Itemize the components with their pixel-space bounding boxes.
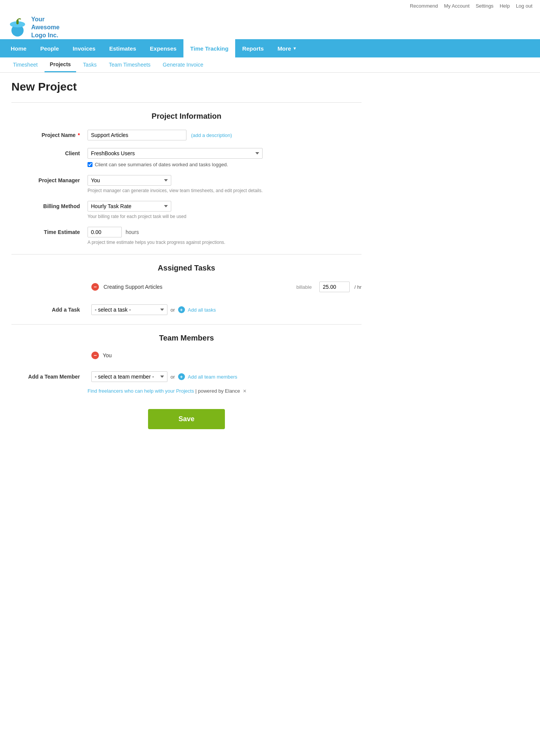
nav-estimates[interactable]: Estimates	[102, 39, 143, 57]
freelancer-row: Find freelancers who can help with your …	[88, 388, 362, 394]
subnav-generate-invoice[interactable]: Generate Invoice	[158, 57, 209, 72]
client-row: Client FreshBooks Users Client can see s…	[11, 148, 362, 167]
subnav-team-timesheets[interactable]: Team Timesheets	[104, 57, 156, 72]
nav-home[interactable]: Home	[4, 39, 33, 57]
powered-by-label: | powered by Elance	[195, 388, 240, 394]
billing-method-control: Hourly Task Rate Your billing rate for e…	[88, 201, 362, 219]
client-checkbox-row: Client can see summaries of dates worked…	[88, 162, 362, 167]
task-list-label	[11, 282, 88, 284]
page-title: New Project	[11, 80, 362, 93]
save-section: Save	[11, 405, 362, 429]
add-description-link[interactable]: (add a description)	[191, 132, 232, 138]
freelancer-link[interactable]: Find freelancers who can help with your …	[88, 388, 194, 394]
nav-expenses[interactable]: Expenses	[143, 39, 183, 57]
top-bar: Recommend My Account Settings Help Log o…	[0, 0, 540, 12]
main-nav: Home People Invoices Estimates Expenses …	[0, 39, 540, 57]
select-team-member-dropdown[interactable]: - select a team member -	[91, 371, 167, 382]
project-name-label: Project Name *	[11, 130, 88, 138]
time-estimate-input[interactable]	[88, 227, 122, 237]
project-manager-label: Project Manager	[11, 175, 88, 183]
required-star: *	[78, 132, 80, 138]
nav-time-tracking[interactable]: Time Tracking	[183, 39, 236, 57]
member-list-label	[11, 352, 88, 354]
save-button[interactable]: Save	[148, 409, 225, 429]
assigned-tasks-title: Assigned Tasks	[11, 264, 362, 272]
page-content: New Project Project Information Project …	[0, 73, 373, 444]
subnav-projects[interactable]: Projects	[45, 57, 76, 72]
time-estimate-label: Time Estimate	[11, 227, 88, 235]
project-manager-control: You Project manager can generate invoice…	[88, 175, 362, 193]
help-link[interactable]: Help	[500, 3, 510, 9]
team-members-title: Team Members	[11, 334, 362, 342]
member-list-control: − You	[88, 352, 362, 364]
header: Your Awesome Logo Inc.	[0, 12, 540, 39]
add-all-tasks-link[interactable]: Add all tasks	[188, 307, 216, 313]
nav-invoices[interactable]: Invoices	[66, 39, 102, 57]
task-list-control: − Creating Support Articles billable / h…	[88, 282, 362, 297]
recommend-link[interactable]: Recommend	[410, 3, 438, 9]
add-task-label: Add a Task	[11, 304, 88, 313]
remove-task-icon[interactable]: −	[91, 283, 99, 291]
sub-nav: Timesheet Projects Tasks Team Timesheets…	[0, 57, 540, 73]
member-list-row: − You	[11, 352, 362, 364]
assigned-tasks-section: Assigned Tasks − Creating Support Articl…	[11, 254, 362, 315]
project-info-title: Project Information	[11, 112, 362, 121]
time-estimate-row: Time Estimate hours A project time estim…	[11, 227, 362, 245]
my-account-link[interactable]: My Account	[444, 3, 470, 9]
client-visibility-checkbox[interactable]	[88, 162, 92, 167]
remove-member-icon[interactable]: −	[91, 352, 99, 359]
settings-link[interactable]: Settings	[476, 3, 494, 9]
project-manager-help: Project manager can generate invoices, v…	[88, 188, 362, 193]
logo-icon	[8, 18, 27, 37]
add-member-control: - select a team member - or + Add all te…	[88, 371, 362, 394]
billing-method-row: Billing Method Hourly Task Rate Your bil…	[11, 201, 362, 219]
project-info-section: Project Information Project Name * (add …	[11, 102, 362, 245]
client-select[interactable]: FreshBooks Users	[88, 148, 263, 159]
task-item: − Creating Support Articles billable / h…	[88, 282, 362, 292]
client-label: Client	[11, 148, 88, 156]
task-billable: billable	[296, 284, 312, 290]
logo[interactable]: Your Awesome Logo Inc.	[8, 16, 59, 39]
time-estimate-control: hours A project time estimate helps you …	[88, 227, 362, 245]
member-name: You	[103, 352, 362, 358]
project-name-input[interactable]	[88, 130, 186, 140]
task-name: Creating Support Articles	[104, 284, 292, 290]
member-item: − You	[88, 352, 362, 359]
subnav-timesheet[interactable]: Timesheet	[8, 57, 43, 72]
task-list-row: − Creating Support Articles billable / h…	[11, 282, 362, 297]
client-control: FreshBooks Users Client can see summarie…	[88, 148, 362, 167]
add-member-row: Add a Team Member - select a team member…	[11, 371, 362, 394]
per-hr-label: / hr	[354, 284, 362, 290]
project-name-row: Project Name * (add a description)	[11, 130, 362, 140]
subnav-tasks[interactable]: Tasks	[78, 57, 102, 72]
or-text-tasks: or	[170, 307, 175, 313]
add-task-control: - select a task - or + Add all tasks	[88, 304, 362, 315]
nav-more[interactable]: More ▼	[271, 39, 304, 57]
time-estimate-input-row: hours	[88, 227, 362, 237]
close-freelancer-icon[interactable]: ✕	[243, 388, 247, 394]
hours-label: hours	[126, 229, 139, 235]
more-arrow-icon: ▼	[293, 46, 297, 51]
nav-reports[interactable]: Reports	[235, 39, 271, 57]
add-all-members-link[interactable]: Add all team members	[188, 374, 237, 380]
client-checkbox-label: Client can see summaries of dates worked…	[95, 162, 228, 167]
project-manager-row: Project Manager You Project manager can …	[11, 175, 362, 193]
or-text-members: or	[170, 374, 175, 380]
add-all-tasks-icon: +	[178, 306, 185, 313]
project-name-control: (add a description)	[88, 130, 362, 140]
add-task-row: Add a Task - select a task - or + Add al…	[11, 304, 362, 315]
team-members-section: Team Members − You Add a Team Member - s…	[11, 324, 362, 394]
billing-method-select[interactable]: Hourly Task Rate	[88, 201, 171, 212]
add-member-input-row: - select a team member - or + Add all te…	[91, 371, 362, 382]
select-task-dropdown[interactable]: - select a task -	[91, 304, 167, 315]
project-manager-select[interactable]: You	[88, 175, 171, 186]
nav-people[interactable]: People	[33, 39, 66, 57]
logout-link[interactable]: Log out	[516, 3, 532, 9]
billing-method-label: Billing Method	[11, 201, 88, 209]
billing-method-help: Your billing rate for each project task …	[88, 214, 362, 219]
svg-rect-2	[16, 20, 19, 24]
time-estimate-help: A project time estimate helps you track …	[88, 240, 362, 245]
task-rate-input[interactable]	[319, 282, 350, 292]
add-all-members-icon: +	[178, 373, 185, 380]
add-task-input-row: - select a task - or + Add all tasks	[91, 304, 362, 315]
